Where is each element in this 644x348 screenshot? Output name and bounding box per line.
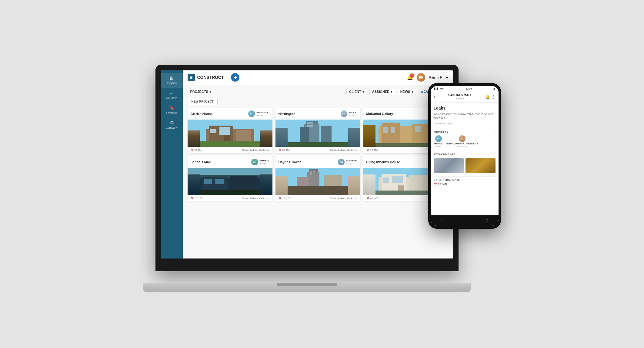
sidebar-label-company: Company	[166, 126, 178, 129]
wifi-icon: WiFi	[439, 88, 444, 90]
new-project-button[interactable]: NEW PROJECT	[188, 98, 218, 105]
logo-icon: ⊞	[188, 74, 195, 81]
phone-more-icon[interactable]: ⋮	[492, 95, 496, 99]
assignee-avatar-4: SM	[251, 159, 258, 165]
sidebar-item-favorites[interactable]: 🔖 Favorites	[161, 103, 183, 117]
expiration-section: EXPIRATION DATE 📅 29 JAN	[434, 178, 496, 186]
issue-title: Leaks	[434, 106, 496, 110]
member-group: PA Patrick A. Creator RT Raisny T, Patri…	[434, 135, 479, 147]
svg-rect-24	[415, 126, 421, 132]
card-client-1: Client: Andrade Gutierrez	[242, 149, 269, 151]
user-avatar[interactable]: RF	[417, 73, 425, 82]
attachments-label: ATTACHMENTS	[434, 153, 456, 156]
user-dropdown-icon[interactable]: ▾	[446, 75, 448, 80]
attachments-grid	[434, 158, 496, 173]
assignee-avatar-2: KR	[341, 110, 347, 117]
date-text-5: 10 NOV	[282, 197, 291, 200]
divider-3	[434, 176, 496, 177]
calendar-icon-6: 📅	[366, 197, 369, 200]
sidebar-item-company[interactable]: ⚙ Company	[161, 117, 183, 132]
card-footer-2: 📅 30 JAN Client: Andrade Gutierrez	[275, 147, 360, 153]
card-client-5: Client: Andrade Gutierrez	[330, 197, 357, 200]
add-button[interactable]: +	[231, 73, 239, 82]
sidebar-item-projects[interactable]: ⊞ Projects	[161, 73, 183, 88]
svg-rect-48	[392, 176, 403, 183]
sidebar-label-favorites: Favorites	[166, 111, 177, 114]
card-title-1: Clark's House	[191, 112, 213, 116]
expiry-date-value: 29 JAN	[438, 183, 447, 186]
svg-rect-25	[375, 143, 436, 147]
laptop-frame: ⊞ Projects ✓ My tasks 🔖 Favorites	[155, 65, 459, 271]
attachment-1[interactable]	[434, 158, 464, 173]
calendar-icon-3: 📅	[366, 149, 369, 151]
sidebar-label-mytasks: My tasks	[166, 96, 177, 100]
nav-home-button[interactable]: ○	[463, 218, 465, 222]
member-item-1: PA Patrick A. Creator	[434, 135, 443, 147]
nav-square-button[interactable]: □	[486, 218, 488, 222]
card-image-1	[188, 120, 272, 147]
assignee-name-4: Steve M.	[259, 159, 269, 162]
notification-icon[interactable]: 🔔 1	[407, 75, 413, 80]
project-card-5[interactable]: Haynes Tower AW Austin W. Assign	[275, 156, 360, 201]
status-time: 12:30	[466, 87, 472, 90]
projects-filter[interactable]: PROJECTS ▾	[188, 89, 214, 95]
card-date-2: 📅 30 JAN	[279, 149, 290, 151]
calendar-icon-4: 📅	[191, 197, 194, 200]
project-card-2[interactable]: Harrington KR Kent R. Assign	[275, 108, 360, 153]
phone-status-bar: ▌▌▌ WiFi 12:30 ▮	[431, 86, 499, 92]
sidebar: ⊞ Projects ✓ My tasks 🔖 Favorites	[161, 70, 183, 258]
signal-icon: ▌▌▌	[434, 88, 439, 90]
assignee-role-4: Assign	[259, 162, 269, 164]
phone-bell-icon[interactable]: 🔔	[486, 95, 490, 99]
member-avatar-1: PA	[435, 135, 442, 142]
phone-container: ▌▌▌ WiFi 12:30 ▮ ‹ SANDALS MALL LEAKS	[428, 83, 501, 229]
client-filter-label: CLIENT	[349, 90, 361, 93]
assignee-name-1: Brandon L.	[256, 111, 269, 114]
phone-section-name: LEAKS	[437, 97, 483, 100]
building-visual-1	[188, 120, 272, 147]
tasks-icon: ✓	[170, 91, 174, 96]
nav-back-button[interactable]: ‹	[441, 218, 442, 222]
project-card-1[interactable]: Clark's House BL Brandon L. Assign	[188, 108, 272, 153]
card-date-3: 📅 12 JAN	[366, 149, 378, 151]
back-button[interactable]: ‹	[434, 94, 435, 99]
client-filter[interactable]: CLIENT ▾	[346, 89, 367, 95]
svg-rect-22	[383, 127, 388, 133]
notification-badge: 1	[410, 73, 414, 78]
laptop-container: ⊞ Projects ✓ My tasks 🔖 Favorites	[155, 65, 477, 283]
laptop-screen: ⊞ Projects ✓ My tasks 🔖 Favorites	[161, 70, 453, 258]
news-filter[interactable]: NEWS ▾	[398, 89, 416, 95]
laptop-base	[143, 283, 471, 292]
svg-rect-15	[307, 125, 310, 127]
members-arrow[interactable]: ›	[494, 130, 495, 133]
attachment-2[interactable]	[465, 158, 496, 173]
attachments-arrow[interactable]: ›	[494, 153, 495, 156]
favorites-icon: 🔖	[169, 106, 175, 110]
card-client-4: Client: Andrade Gutierrez	[242, 197, 269, 200]
svg-rect-47	[383, 177, 389, 183]
card-title-2: Harrington	[279, 112, 295, 116]
card-date-5: 📅 10 NOV	[279, 197, 291, 200]
svg-rect-33	[200, 190, 260, 195]
svg-rect-7	[200, 141, 260, 147]
divider-2	[434, 151, 496, 151]
svg-rect-41	[313, 171, 315, 172]
user-name[interactable]: Raisny F	[429, 76, 442, 79]
member-item-2: RT Raisny T, Patrick A, Travis B (+4) Pa…	[446, 135, 479, 147]
card-title-3: McDaniel Gallery	[366, 112, 393, 116]
app-container: ⊞ Projects ✓ My tasks 🔖 Favorites	[161, 70, 453, 258]
assignee-name-2: Kent R.	[349, 111, 357, 114]
main-content: ⊞ CONSTRUCT + 🔔 1 RF	[183, 70, 453, 258]
project-card-4[interactable]: Sandals Mall SM Steve M. Assign	[188, 156, 272, 201]
page-background: ⊞ Projects ✓ My tasks 🔖 Favorites	[0, 0, 644, 348]
sidebar-item-mytasks[interactable]: ✓ My tasks	[161, 88, 183, 103]
card-image-4	[188, 168, 272, 195]
date-text-3: 12 JAN	[370, 149, 378, 151]
svg-rect-23	[391, 127, 395, 133]
member-avatar-2: RT	[459, 135, 465, 142]
card-image-5	[275, 168, 360, 195]
phone-content: Leaks Water pressure test uncovered 3 le…	[431, 103, 499, 215]
svg-rect-50	[375, 191, 436, 195]
svg-rect-14	[310, 122, 313, 124]
assignee-filter[interactable]: ASSIGNEE ▾	[369, 89, 395, 95]
